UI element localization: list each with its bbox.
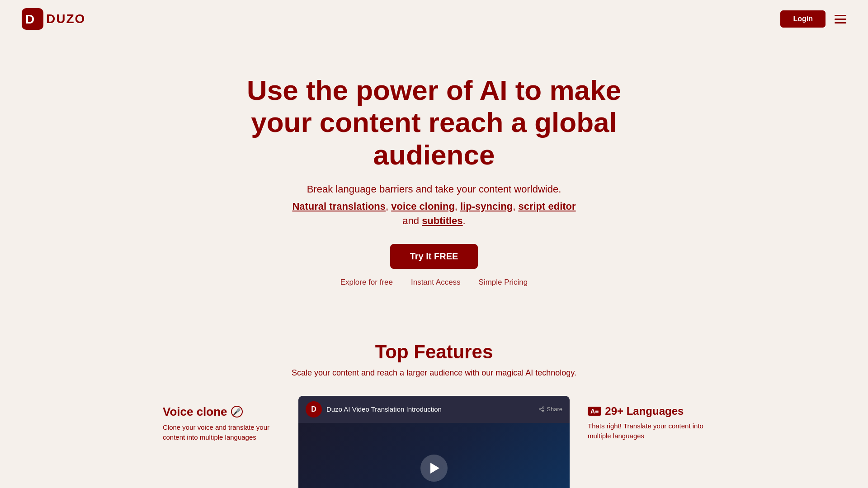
hero-features-line: Natural translations, voice cloning, lip… [292, 201, 576, 212]
svg-text:D: D [25, 12, 34, 26]
share-label: Share [547, 406, 562, 413]
hamburger-line-2 [835, 19, 846, 20]
logo-area[interactable]: D DUZO [22, 8, 85, 30]
tag-explore: Explore for free [340, 278, 393, 287]
video-player[interactable]: D Duzo AI Video Translation Introduction… [298, 396, 570, 488]
svg-point-2 [542, 407, 544, 408]
voice-clone-label: Voice clone [163, 405, 227, 419]
hero-tags: Explore for free Instant Access Simple P… [340, 278, 528, 287]
video-actions: Share [538, 406, 562, 413]
features-subtitle: Scale your content and reach a larger au… [292, 368, 576, 378]
features-title: Top Features [375, 341, 493, 363]
voice-clone-title: Voice clone 🎤 [163, 405, 280, 419]
languages-description: Thats right! Translate your content into… [588, 421, 705, 441]
play-icon [430, 463, 439, 474]
subtitles-link[interactable]: subtitles [422, 215, 462, 226]
language-badge: A≡ 29+ Languages [588, 405, 705, 418]
hamburger-line-1 [835, 15, 846, 16]
features-content: Voice clone 🎤 Clone your voice and trans… [163, 396, 705, 488]
video-title: Duzo AI Video Translation Introduction [326, 405, 538, 413]
tag-instant-access: Instant Access [411, 278, 461, 287]
video-body[interactable] [298, 423, 570, 488]
features-section: Top Features Scale your content and reac… [0, 314, 868, 488]
lang-ab-badge: A≡ [588, 407, 601, 416]
hero-section: Use the power of AI to make your content… [0, 38, 868, 314]
voice-cloning-link[interactable]: voice cloning [391, 201, 455, 212]
nav-right: Login [780, 10, 846, 28]
hero-title: Use the power of AI to make your content… [231, 74, 637, 171]
video-share-button[interactable]: Share [538, 406, 562, 413]
hero-subtitle: Break language barriers and take your co… [307, 183, 561, 195]
feature-languages: A≡ 29+ Languages Thats right! Translate … [588, 396, 705, 441]
hero-subtitle2: and subtitles. [402, 215, 465, 227]
voice-clone-description: Clone your voice and translate your cont… [163, 422, 280, 443]
navbar: D DUZO Login [0, 0, 868, 38]
svg-point-3 [539, 408, 541, 410]
hamburger-menu-button[interactable] [835, 15, 846, 23]
period: . [463, 215, 466, 226]
brand-name: DUZO [46, 12, 85, 26]
hamburger-line-3 [835, 22, 846, 23]
lip-syncing-link[interactable]: lip-syncing [460, 201, 513, 212]
try-free-button[interactable]: Try It FREE [390, 244, 478, 269]
play-button[interactable] [420, 455, 448, 482]
and-text: and [402, 215, 419, 226]
microphone-icon: 🎤 [231, 406, 243, 418]
video-channel-icon: D [306, 401, 322, 418]
duzo-logo-icon: D [22, 8, 43, 30]
feature-voice-clone: Voice clone 🎤 Clone your voice and trans… [163, 396, 280, 443]
login-button[interactable]: Login [780, 10, 826, 28]
video-header: D Duzo AI Video Translation Introduction… [298, 396, 570, 423]
svg-point-4 [542, 410, 544, 412]
languages-title: 29+ Languages [605, 405, 684, 418]
svg-line-6 [541, 408, 542, 409]
svg-line-5 [541, 410, 542, 411]
script-editor-link[interactable]: script editor [518, 201, 576, 212]
natural-translations-link[interactable]: Natural translations [292, 201, 386, 212]
tag-simple-pricing: Simple Pricing [479, 278, 528, 287]
